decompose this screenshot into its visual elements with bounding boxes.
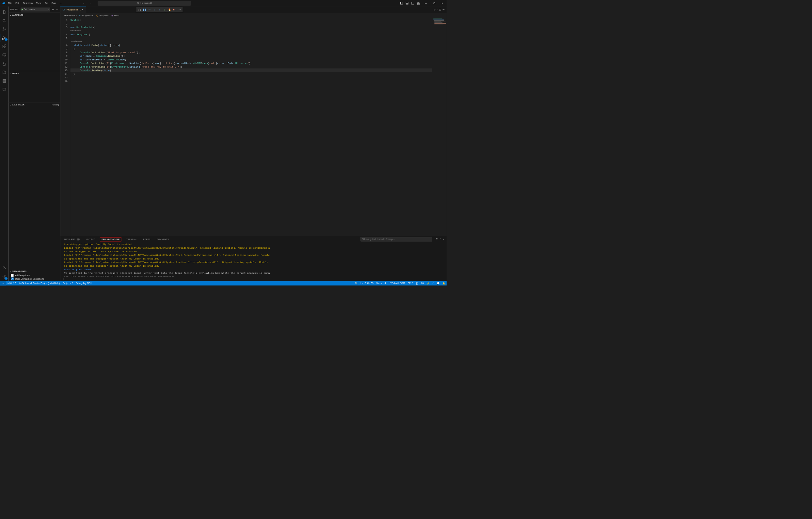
- svg-rect-21: [5, 47, 6, 48]
- breadcrumb-item[interactable]: Program.cs: [82, 14, 94, 17]
- status-prettier-icon[interactable]: ✓: [431, 282, 435, 285]
- breadcrumb[interactable]: HelloWorld › C# Program.cs › ⬡ Program ›…: [60, 13, 447, 18]
- debug-more-icon[interactable]: ⋯: [177, 7, 182, 12]
- start-debug-icon[interactable]: ▶: [22, 8, 23, 11]
- debug-toolbar[interactable]: ⋮⋮ ❚❚ ↷ ↓ ↑ ↻ 🔥 ■⌄ ⋯: [137, 7, 183, 12]
- status-language[interactable]: C#: [419, 282, 425, 285]
- minimap[interactable]: [432, 18, 447, 236]
- console-filter-input[interactable]: [360, 237, 432, 241]
- more-actions-icon[interactable]: ⋯: [442, 8, 445, 11]
- step-into-icon[interactable]: ↓: [152, 7, 157, 12]
- more-icon[interactable]: ⋯: [56, 8, 59, 10]
- run-icon[interactable]: ▷: [434, 8, 436, 11]
- explorer-icon[interactable]: [0, 8, 8, 16]
- drag-handle-icon[interactable]: ⋮⋮: [137, 7, 142, 12]
- testing-icon[interactable]: [0, 59, 8, 68]
- watch-header[interactable]: ⌄ WATCH: [8, 71, 60, 76]
- accounts-icon[interactable]: [0, 263, 8, 271]
- split-editor-icon[interactable]: ◫: [439, 8, 441, 11]
- extensions-icon[interactable]: [0, 42, 8, 51]
- settings-icon[interactable]: 1: [0, 272, 8, 281]
- menu-run[interactable]: Run: [50, 1, 57, 5]
- run-debug-icon[interactable]: 1: [0, 34, 8, 42]
- code-editor[interactable]: 12345678910111213141516 System;ace Hello…: [60, 18, 447, 236]
- status-chat-icon[interactable]: 💬: [436, 282, 441, 285]
- nav-back-forward: ← →: [82, 1, 92, 5]
- breadcrumb-item[interactable]: Main: [114, 14, 119, 17]
- breadcrumb-item[interactable]: HelloWorld: [64, 14, 75, 17]
- source-control-icon[interactable]: [0, 25, 8, 33]
- breakpoints-header[interactable]: ⌄ BREAKPOINTS: [8, 269, 60, 273]
- variables-header[interactable]: ⌄ VARIABLES: [8, 13, 60, 17]
- svg-rect-34: [434, 23, 442, 23]
- chat-icon[interactable]: [0, 85, 8, 94]
- maximize-icon[interactable]: ▢: [430, 0, 438, 6]
- status-encoding[interactable]: UTF-8 with BOM: [387, 282, 406, 285]
- svg-rect-9: [419, 2, 420, 3]
- collapse-icon[interactable]: ⌃: [439, 238, 441, 240]
- restart-icon[interactable]: ↻: [162, 7, 167, 12]
- status-zoom[interactable]: 🔍: [354, 282, 359, 285]
- step-out-icon[interactable]: ↑: [157, 7, 162, 12]
- status-config[interactable]: Debug Any CPU: [75, 281, 93, 285]
- toggle-panel-left-icon[interactable]: [399, 1, 404, 5]
- code-content[interactable]: System;ace HelloWorld {0 referencesass P…: [70, 18, 432, 236]
- nav-forward-icon[interactable]: →: [87, 1, 92, 5]
- status-eol[interactable]: CRLF: [406, 282, 415, 285]
- menu-selection[interactable]: Selection: [21, 1, 34, 5]
- search-icon[interactable]: [0, 16, 8, 25]
- tab-ports[interactable]: PORTS: [142, 238, 151, 241]
- menu-more-icon[interactable]: ⋯: [58, 1, 64, 5]
- tab-problems[interactable]: PROBLEMS 1: [62, 238, 81, 241]
- status-cursor[interactable]: Ln 13, Col 35: [359, 282, 375, 285]
- launch-config-select[interactable]: ▶ C#: Launch ⌄: [21, 7, 50, 11]
- tab-terminal[interactable]: TERMINAL: [125, 238, 139, 241]
- remote-indicator[interactable]: [0, 281, 6, 285]
- menu-edit[interactable]: Edit: [14, 1, 21, 5]
- breakpoint-all-exceptions[interactable]: All Exceptions: [11, 273, 58, 277]
- minimize-icon[interactable]: —: [422, 0, 430, 6]
- menu-view[interactable]: View: [35, 1, 43, 5]
- status-brackets[interactable]: { }: [415, 282, 419, 285]
- clear-console-icon[interactable]: ☰: [436, 238, 438, 240]
- nav-back-icon[interactable]: ←: [82, 1, 86, 5]
- status-project[interactable]: ▷ C#: Launch Startup Project (HelloWorld…: [18, 281, 61, 285]
- checkbox[interactable]: [11, 274, 14, 277]
- status-copilot-icon[interactable]: ⚡: [425, 282, 431, 285]
- gear-icon[interactable]: ⚙: [51, 8, 55, 10]
- svg-point-27: [4, 266, 5, 267]
- status-projects-count[interactable]: Projects: 2: [61, 281, 75, 285]
- tab-program-cs[interactable]: C# Program.cs 1 ✕: [60, 6, 86, 13]
- tab-close-icon[interactable]: ✕: [82, 8, 84, 11]
- svg-point-15: [3, 30, 4, 31]
- svg-line-1: [139, 4, 139, 4]
- breadcrumb-item[interactable]: Program: [99, 14, 108, 17]
- customize-layout-icon[interactable]: [416, 1, 421, 5]
- step-over-icon[interactable]: ↷: [147, 7, 152, 12]
- remote-explorer-icon[interactable]: [0, 51, 8, 59]
- status-errors[interactable]: ⓧ0 ⚠0: [6, 281, 18, 285]
- console-input[interactable]: ›: [60, 277, 447, 281]
- pause-icon[interactable]: ❚❚: [142, 7, 147, 12]
- references-icon[interactable]: [0, 68, 8, 76]
- status-spaces[interactable]: Spaces: 4: [375, 282, 387, 285]
- close-icon[interactable]: ✕: [438, 0, 447, 6]
- chevron-down-icon[interactable]: ⌄: [437, 8, 438, 10]
- tab-comments[interactable]: COMMENTS: [155, 238, 170, 241]
- server-icon[interactable]: [0, 77, 8, 85]
- menu-go[interactable]: Go: [43, 1, 50, 5]
- breakpoint-user-exceptions[interactable]: User-Unhandled Exceptions: [11, 277, 58, 281]
- toggle-panel-right-icon[interactable]: [410, 1, 415, 5]
- close-panel-icon[interactable]: ✕: [443, 238, 444, 240]
- menu-file[interactable]: File: [6, 1, 14, 5]
- checkbox[interactable]: [11, 278, 14, 280]
- debug-console-output[interactable]: the debugger option 'Just My Code' is en…: [60, 242, 447, 277]
- callstack-header[interactable]: ⌄ CALL STACK Running: [8, 103, 60, 107]
- stop-icon[interactable]: ■⌄: [172, 7, 177, 12]
- status-bell-icon[interactable]: 🔔: [441, 282, 447, 285]
- tab-output[interactable]: OUTPUT: [85, 238, 96, 241]
- toggle-panel-bottom-icon[interactable]: [405, 1, 409, 5]
- tab-debug-console[interactable]: DEBUG CONSOLE: [100, 237, 121, 241]
- command-center[interactable]: HelloWorld: [98, 1, 191, 5]
- hot-reload-icon[interactable]: 🔥: [167, 7, 172, 12]
